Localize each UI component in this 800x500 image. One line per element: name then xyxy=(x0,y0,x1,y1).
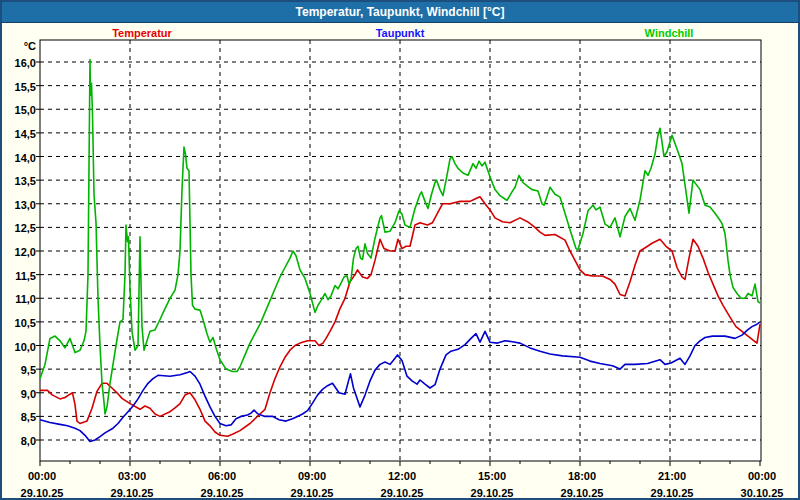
x-tick-time: 18:00 xyxy=(561,470,604,482)
y-tick-label: 12,0 xyxy=(4,246,36,258)
x-tick-label: 18:0029.10.25 xyxy=(561,470,604,499)
x-tick-date: 29.10.25 xyxy=(471,487,514,499)
x-tick-date: 29.10.25 xyxy=(21,487,64,499)
x-tick-label: 12:0029.10.25 xyxy=(381,470,424,499)
x-tick-time: 12:00 xyxy=(381,470,424,482)
x-tick-label: 06:0029.10.25 xyxy=(201,470,244,499)
y-tick-label: 16,0 xyxy=(4,57,36,69)
y-tick-label: 15,5 xyxy=(4,81,36,93)
x-tick-date: 30.10.25 xyxy=(741,487,784,499)
x-tick-date: 29.10.25 xyxy=(111,487,154,499)
y-tick-label: 8,0 xyxy=(4,435,36,447)
x-tick-time: 15:00 xyxy=(471,470,514,482)
x-tick-label: 09:0029.10.25 xyxy=(291,470,334,499)
y-tick-label: 15,0 xyxy=(4,104,36,116)
x-tick-time: 09:00 xyxy=(291,470,334,482)
x-tick-label: 00:0029.10.25 xyxy=(21,470,64,499)
x-tick-date: 29.10.25 xyxy=(561,487,604,499)
x-tick-time: 00:00 xyxy=(741,470,784,482)
y-tick-label: 9,5 xyxy=(4,364,36,376)
y-tick-label: 10,0 xyxy=(4,341,36,353)
x-tick-time: 00:00 xyxy=(21,470,64,482)
y-tick-label: 13,5 xyxy=(4,175,36,187)
y-tick-label: 10,5 xyxy=(4,317,36,329)
y-tick-label: 12,5 xyxy=(4,222,36,234)
x-tick-label: 21:0029.10.25 xyxy=(651,470,694,499)
chart-plot-area xyxy=(2,2,798,498)
x-tick-date: 29.10.25 xyxy=(381,487,424,499)
x-tick-label: 00:0030.10.25 xyxy=(741,470,784,499)
x-tick-date: 29.10.25 xyxy=(201,487,244,499)
x-tick-label: 15:0029.10.25 xyxy=(471,470,514,499)
y-axis-unit-label: °C xyxy=(6,40,36,52)
y-tick-label: 13,0 xyxy=(4,199,36,211)
x-tick-label: 03:0029.10.25 xyxy=(111,470,154,499)
x-tick-time: 06:00 xyxy=(201,470,244,482)
y-tick-label: 9,0 xyxy=(4,388,36,400)
weather-chart-window: Temperatur, Taupunkt, Windchill [°C] Tem… xyxy=(0,0,800,500)
y-tick-label: 14,5 xyxy=(4,128,36,140)
x-tick-time: 03:00 xyxy=(111,470,154,482)
x-tick-time: 21:00 xyxy=(651,470,694,482)
x-tick-date: 29.10.25 xyxy=(651,487,694,499)
y-tick-label: 11,5 xyxy=(4,270,36,282)
x-tick-date: 29.10.25 xyxy=(291,487,334,499)
y-tick-label: 14,0 xyxy=(4,152,36,164)
y-tick-label: 11,0 xyxy=(4,293,36,305)
y-tick-label: 8,5 xyxy=(4,411,36,423)
